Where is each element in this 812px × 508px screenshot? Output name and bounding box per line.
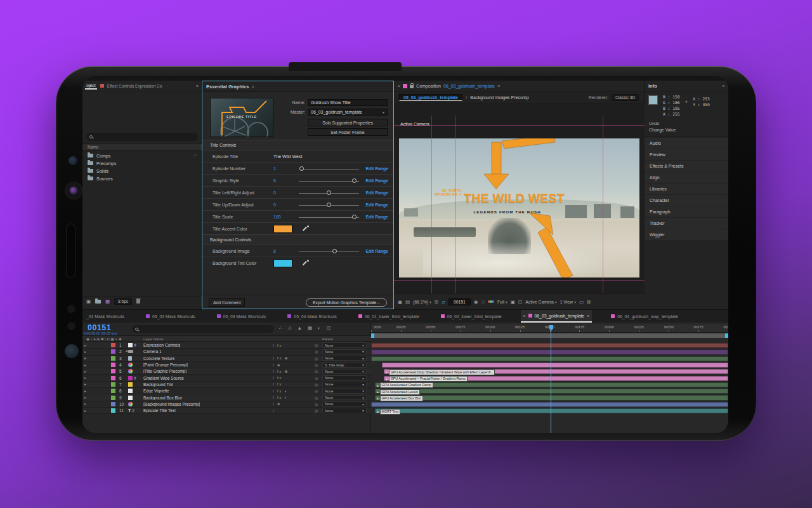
twirl-icon[interactable]: ► [84, 350, 87, 354]
3d-view-select[interactable]: Active Camera ▾ [525, 300, 556, 304]
parent-pickwhip-icon[interactable]: ◎ [315, 343, 318, 347]
layer-name[interactable]: [Paint Grunge Precomp] [143, 363, 188, 367]
parent-select[interactable]: None▾ [322, 369, 367, 374]
layer-name[interactable]: [Title Graphic Precomp] [143, 369, 187, 373]
eg-control-row[interactable]: Title Left/Right Adjust0Edit Range [202, 186, 393, 198]
renderer-value-button[interactable]: Classic 3D [612, 94, 639, 101]
breadcrumb-parent-comp[interactable]: Background Images Precomp [470, 95, 528, 100]
motion-blur-icon[interactable]: ◐ [318, 325, 321, 331]
layer-bar-row[interactable]: ▲GPU Accelerated Levels [371, 388, 728, 394]
show-snapshot-icon[interactable]: ◎ [481, 299, 485, 305]
panel-tab-paragraph[interactable]: Paragraph [645, 206, 728, 217]
eg-control-row[interactable]: Title Scale100Edit Range [202, 210, 393, 222]
timeline-search-input[interactable] [132, 325, 274, 333]
eg-text-value[interactable]: The Wild West [273, 154, 302, 159]
layer-duration-bar[interactable] [371, 343, 728, 348]
add-comment-button[interactable]: Add Comment [209, 298, 245, 307]
parent-select[interactable]: None▾ [322, 342, 367, 347]
layer-bar-row[interactable] [371, 362, 728, 368]
export-motion-graphics-template-button[interactable]: Export Motion Graphics Template... [306, 298, 387, 307]
parent-pickwhip-icon[interactable]: ◎ [315, 363, 318, 367]
exposure-icon[interactable]: ⊠ [587, 299, 591, 305]
timeline-tab-06-04-goldrush-map-template[interactable]: 06_04_goldrush_map_template [608, 310, 681, 323]
layer-row-8[interactable]: ►8Edge Vignette/ fx ◐◎None▾ [82, 388, 371, 394]
eg-value[interactable]: 8 [273, 249, 276, 253]
eyedropper-icon[interactable] [303, 225, 309, 232]
panel-tab-libraries[interactable]: Libraries [645, 184, 728, 194]
current-time-display[interactable]: 00151 [88, 323, 111, 332]
panel-menu-icon[interactable]: ≡ [497, 84, 500, 88]
timeline-tab-06-01-lower-third-template[interactable]: 06_01_lower_third_template [356, 310, 422, 323]
eyedropper-icon[interactable] [303, 260, 309, 266]
twirl-icon[interactable]: ► [84, 389, 87, 393]
layer-name[interactable]: Episode Title Text [143, 408, 176, 413]
eg-slider[interactable] [299, 217, 359, 218]
layer-name[interactable]: Background Box Blur [143, 396, 182, 400]
parent-pickwhip-icon[interactable]: ◎ [315, 389, 318, 393]
project-item-precomps[interactable]: Precomps [82, 159, 202, 167]
monitor-icon[interactable]: ▤ [405, 299, 410, 305]
eg-slider-knob[interactable] [327, 203, 331, 207]
comp-mini-flowchart-icon[interactable]: ∴ [279, 325, 282, 331]
solo-supported-properties-button[interactable]: Solo Supported Properties [308, 119, 388, 126]
panel-menu-icon[interactable]: ≡ [722, 84, 724, 88]
timeline-tab-05-04-Mask-Shortcuts[interactable]: 05_04 Mask Shortcuts [285, 310, 339, 323]
layer-bar-row[interactable]: ▲GPU Accelerated Gradient Ramp [371, 382, 728, 388]
panel-tab-audio[interactable]: Audio [645, 138, 728, 149]
layer-switches[interactable]: / ⊕ [273, 402, 282, 406]
layer-switches[interactable]: / fx [273, 344, 282, 347]
eg-value[interactable]: 1 [273, 166, 276, 171]
layer-name[interactable]: Background Tint [143, 382, 173, 387]
twirl-icon[interactable]: ► [84, 370, 87, 373]
set-poster-frame-button[interactable]: Set Poster Frame [308, 128, 388, 136]
panel-tab-tracker[interactable]: Tracker [645, 218, 728, 229]
parent-select[interactable]: None▾ [322, 389, 367, 394]
timeline-right[interactable]: 0000000250005000075001000012500150001750… [371, 323, 728, 433]
eg-value[interactable]: 0 [273, 203, 276, 207]
layer-label-swatch[interactable] [111, 382, 115, 387]
layer-bar-row[interactable]: ▲GPU Accelerated Drop Shadow / Gradient … [371, 368, 728, 375]
master-select[interactable]: 06_03_goldrush_template ▾ [308, 109, 388, 116]
eg-value[interactable]: 6 [273, 178, 276, 183]
color-swatch[interactable] [273, 259, 292, 267]
project-name-column-header[interactable]: Name [82, 144, 202, 150]
expand-icon[interactable]: ▲ [376, 384, 379, 387]
color-swatch[interactable] [273, 225, 292, 233]
layer-row-7[interactable]: ►7Background Tint/ fx◎None▾ [82, 382, 371, 388]
timeline-tab-05-02-Mask-Shortcuts[interactable]: 05_02 Mask Shortcuts [143, 310, 198, 323]
layer-switches[interactable]: / fx ◐ [273, 396, 288, 399]
twirl-icon[interactable]: ► [84, 363, 87, 367]
edit-range-link[interactable]: Edit Range [366, 249, 389, 253]
edit-range-link[interactable]: Edit Range [366, 203, 389, 207]
panel-tab-character[interactable]: Character [645, 195, 728, 206]
panel-menu-icon[interactable]: ≡ [252, 84, 254, 89]
twirl-icon[interactable]: ► [84, 382, 87, 386]
expand-icon[interactable]: ▲ [376, 396, 379, 400]
parent-select[interactable]: 5. Title Grap▾ [322, 362, 367, 367]
work-area-end-handle[interactable] [725, 333, 728, 338]
layer-name[interactable]: Camera 1 [143, 349, 162, 354]
panel-tab-wiggler[interactable]: Wiggler [645, 229, 728, 240]
eg-control-row[interactable]: Background Tint Color [202, 257, 393, 269]
layer-bar-row[interactable]: ▲MGRT Text [371, 408, 728, 414]
twirl-icon[interactable]: ► [84, 409, 87, 413]
layer-label-swatch[interactable] [111, 396, 115, 400]
eg-control-row[interactable]: Episode Number1Edit Range [202, 162, 393, 174]
timeline-tab-05-03-Mask-Shortcuts[interactable]: 05_03 Mask Shortcuts [214, 310, 269, 323]
layer-name[interactable]: Gradient Wipe Source [143, 376, 184, 380]
layer-label-swatch[interactable] [111, 402, 115, 406]
layer-name[interactable]: Expression Controls [143, 343, 180, 347]
draft-3d-icon[interactable]: ◇ [288, 325, 292, 331]
layer-bar-row[interactable] [371, 401, 728, 408]
eg-slider-knob[interactable] [352, 178, 357, 183]
panel-tab-preview[interactable]: Preview [645, 149, 728, 160]
region-of-interest-icon[interactable]: ▱ [442, 299, 445, 305]
eg-slider[interactable] [299, 205, 359, 206]
parent-select[interactable]: None▾ [322, 401, 367, 406]
work-area-bar[interactable] [371, 333, 728, 338]
layer-label-swatch[interactable] [111, 363, 115, 367]
twirl-icon[interactable]: ► [84, 396, 87, 399]
resolution-select[interactable]: Full ▾ [497, 300, 508, 304]
twirl-icon[interactable]: ► [84, 344, 87, 347]
bit-depth-button[interactable]: 8 bpc [114, 298, 132, 305]
